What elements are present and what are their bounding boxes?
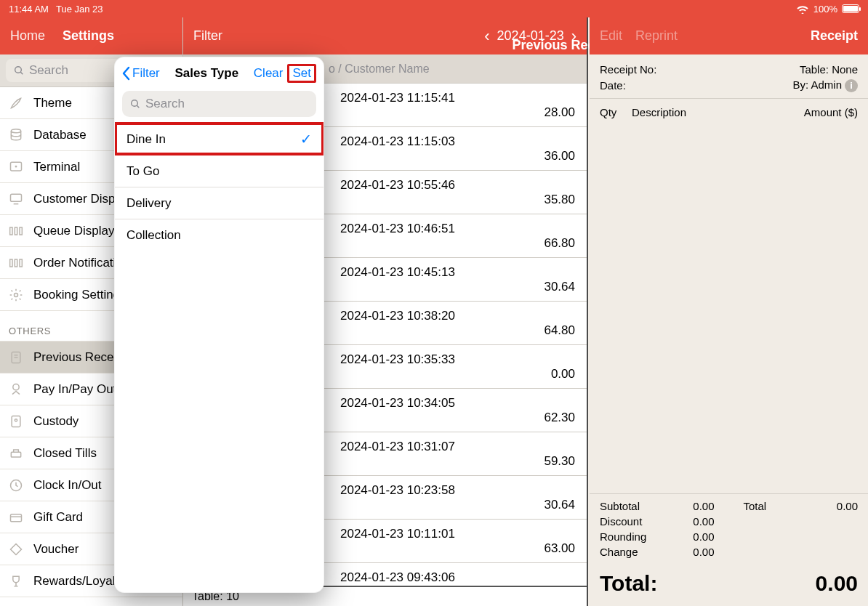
info-icon[interactable]: i [845,79,858,92]
receipt-summary: Subtotal0.00 Total0.00 Discount0.00 Roun… [590,493,868,564]
option-label: To Go [126,164,159,179]
grand-total-label: Total: [600,571,657,596]
sales-type-option[interactable]: Collection [115,219,324,251]
change-label: Change [600,546,678,558]
receipt-amount: 59.30 [544,454,575,469]
sales-type-option[interactable]: Dine In✓ [115,123,324,155]
sidebar-label: Booking Settings [33,288,126,302]
option-label: Collection [126,228,181,243]
popover-back-button[interactable]: Filter [122,66,160,81]
sidebar-label: Closed Tills [33,446,97,461]
till-icon [9,446,23,461]
trophy-icon [9,574,23,589]
receipt-table: Table: None [800,63,858,76]
receipt-icon [9,350,23,365]
svg-rect-7 [20,227,22,235]
status-time: 11:44 AM [9,4,49,15]
receipt-grand-total: Total: 0.00 [590,564,868,606]
sidebar-label: Rewards/Loyalty [33,574,125,589]
col-amount: Amount ($) [804,106,858,118]
search-icon [13,65,25,76]
reprint-button[interactable]: Reprint [635,28,678,44]
svg-rect-10 [20,259,22,267]
display-icon [9,192,23,206]
giftcard-icon [9,510,23,525]
sidebar-search-placeholder: Search [29,63,68,78]
queue-icon [8,224,24,238]
popover-clear-button[interactable]: Clear [254,66,284,81]
receipt-amount: 64.80 [544,323,575,338]
popover-search[interactable]: Search [122,91,316,117]
sales-type-option[interactable]: Delivery [115,187,324,219]
sidebar-label: Theme [33,96,72,110]
database-icon [9,128,23,142]
custody-icon [9,414,23,429]
sales-type-popover: Filter Sales Type Clear Set Search Dine … [114,57,324,593]
chevron-left-icon [122,66,131,81]
status-bar: 11:44 AM Tue Jan 23 100% [0,0,868,17]
filter-date[interactable]: 2024-01-23 [497,28,564,44]
svg-rect-18 [11,514,22,521]
option-label: Dine In [126,132,166,147]
popover-set-button[interactable]: Set [287,64,316,83]
receipt-amount: 0.00 [551,367,575,381]
receipt-tab[interactable]: Receipt [811,28,858,44]
svg-point-19 [132,100,138,107]
svg-rect-16 [11,452,20,457]
receipt-by: By: Admini [792,78,858,92]
receipt-amount: 66.80 [544,236,575,251]
gear-icon [9,288,23,302]
check-icon: ✓ [300,131,312,148]
edit-button[interactable]: Edit [600,28,622,44]
subtotal-value: 0.00 [678,500,715,512]
receipt-cols: Qty Description Amount ($) [590,99,868,121]
svg-point-15 [15,419,17,421]
svg-point-11 [15,293,18,296]
tab-settings[interactable]: Settings [63,28,114,44]
popover-search-placeholder: Search [145,97,185,111]
battery-icon [842,4,859,13]
svg-point-0 [15,67,22,73]
receipt-meta: Receipt No:Table: None Date:By: Admini [590,54,868,99]
sales-type-option[interactable]: To Go [115,155,324,187]
wifi-icon [796,4,809,14]
clock-icon [9,478,23,493]
filter-button[interactable]: Filter [193,28,222,44]
rounding-label: Rounding [600,530,678,543]
receipt-amount: 30.64 [544,280,575,294]
svg-rect-8 [10,259,12,267]
sidebar-header: Home Settings [0,17,182,54]
svg-point-13 [13,384,19,389]
popover-title: Sales Type [160,66,254,81]
receipt-amount: 30.64 [544,498,575,512]
option-label: Delivery [126,196,171,211]
popover-back-label: Filter [132,66,160,81]
tab-home[interactable]: Home [10,28,45,44]
date-nav: ‹ 2024-01-23 › [484,28,576,44]
change-value: 0.00 [678,546,715,558]
date-prev-icon[interactable]: ‹ [484,28,489,44]
svg-rect-5 [10,227,12,235]
brush-icon [9,96,23,110]
receipt-amount: 62.30 [544,411,575,425]
sidebar-label: Queue Display [33,224,115,238]
col-qty: Qty [600,106,632,118]
tag-icon [9,542,23,557]
receipt-body [590,121,868,494]
svg-rect-6 [15,227,17,235]
subtotal-label: Subtotal [600,500,678,512]
receipt-amount: 28.00 [544,105,575,120]
receipt-panel: Edit Reprint Receipt Receipt No:Table: N… [590,17,868,606]
sidebar-label: Custody [33,414,79,429]
svg-rect-4 [11,194,22,201]
date-next-icon[interactable]: › [571,28,576,44]
popover-header: Filter Sales Type Clear Set [115,57,324,89]
receipt-search-hint: o / Customer Name [329,62,430,76]
status-date: Tue Jan 23 [56,4,103,15]
sidebar-label: Clock In/Out [33,478,102,493]
center-header: Filter Previous Receipts ‹ 2024-01-23 › [183,17,587,54]
notification-icon [8,256,24,270]
sidebar-label: Database [33,128,87,142]
sidebar-label: Voucher [33,542,79,557]
battery-pct: 100% [813,4,837,15]
